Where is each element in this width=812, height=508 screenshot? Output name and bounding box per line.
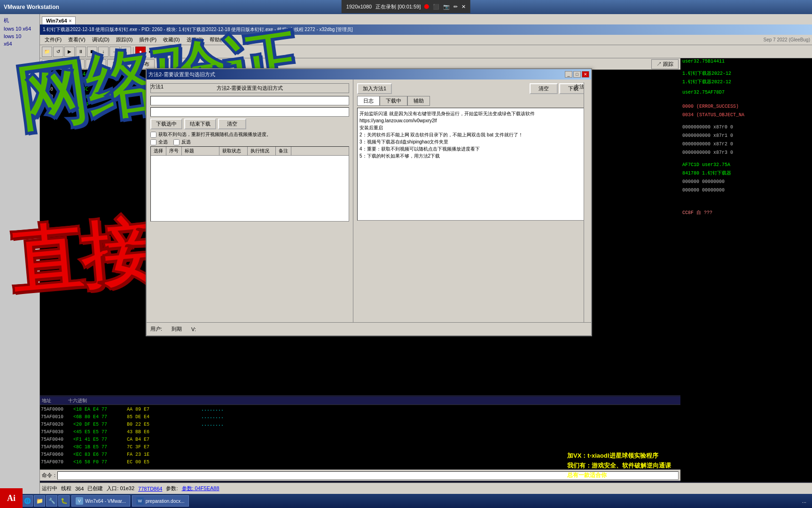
hint-checkbox-row: 获取不到勾选，重新打开视频随机点击视频播放进度。	[150, 131, 349, 138]
toolbar-open[interactable]: 📁	[42, 47, 52, 57]
sidebar-item-x64[interactable]: x64	[2, 40, 38, 48]
select-all-checkbox[interactable]	[150, 139, 156, 145]
dump-row: 75AF0030<45 E5 E5 7743 BB E6	[41, 429, 679, 436]
invert-checkbox[interactable]	[173, 139, 180, 145]
dialog-left-panel: 方法2-需要设置里勾选旧方式 下载选中 结束下载 清空 获取不到勾选，重新打开视…	[147, 79, 353, 335]
toolbar-separator	[133, 47, 133, 56]
toolbar-stop[interactable]: ⏹	[87, 47, 97, 57]
tab-trace[interactable]: ↗ 跟踪	[651, 59, 679, 69]
col-addr: 地址	[42, 397, 51, 404]
toolbar-restart[interactable]: ↺	[53, 47, 63, 57]
status-entry-addr[interactable]: 778TD864	[138, 486, 162, 492]
tab-label: Win7x64	[46, 18, 67, 24]
toolbar-bp[interactable]: ●	[135, 47, 146, 57]
hint-checkbox[interactable]	[150, 132, 156, 138]
log-line-4: 4：重要：获取不到视频可以随机点击下视频播放进度看下	[359, 145, 585, 152]
status-params: 参数:	[166, 485, 178, 492]
rec-camera[interactable]: 📷	[443, 4, 450, 10]
taskbar-app-icon[interactable]: 🔧	[46, 495, 57, 507]
status-params-addr[interactable]: 参数: 04F5EA88	[182, 485, 219, 492]
download2-btn[interactable]: 下载	[559, 83, 587, 94]
url-input-2[interactable]	[150, 107, 349, 117]
right-item-4: user32.75AF78D7	[682, 88, 810, 97]
taskbar-word-label: preparation.docx...	[146, 499, 185, 504]
tab-close-icon[interactable]: ×	[69, 18, 72, 24]
add-method1-btn[interactable]: 加入方法1	[357, 83, 392, 94]
debugger-title-text: 1.钉钉下载器2022-12-18 使用日版本钉钉.exe - PID: 226…	[43, 26, 353, 33]
watermark: 加VX：t-xiaodl进星球领实验程序 我们有：游戏安全、软件破解逆向通课 总…	[567, 451, 671, 480]
dialog-titlebar: 方法2-需要设置里勾选旧方式 _ □ ✕	[147, 69, 591, 79]
dialog-minimize[interactable]: _	[565, 71, 572, 78]
download-selected-btn[interactable]: 下载选中	[150, 119, 182, 129]
dialog-close[interactable]: ✕	[582, 71, 589, 78]
menu-debug[interactable]: 调试(D)	[89, 35, 112, 44]
log-tab-assist[interactable]: 辅助	[407, 96, 430, 106]
tab-bar: Win7x64 ×	[40, 14, 812, 24]
status-bar: 运行中 线程 364 已创建 入口: 01e32 778TD864 参数: 参数…	[40, 483, 812, 494]
status-running: 运行中	[42, 485, 57, 492]
rec-close[interactable]: ✕	[461, 4, 466, 10]
tab-log[interactable]: 日志	[86, 59, 106, 69]
url-input-1[interactable]	[150, 96, 349, 105]
taskbar-clock: ...	[798, 498, 810, 504]
log-tab-log[interactable]: 日志	[357, 96, 380, 106]
sidebar-item-win10[interactable]: lows 10	[2, 32, 38, 40]
debugger-menubar: 文件(F) 查看(V) 调试(D) 跟踪(0) 插件(P) 收藏(0) 选项(0…	[40, 35, 812, 45]
tab-notes[interactable]: 笔记	[64, 59, 85, 69]
tab-memory-layout[interactable]: 内存布	[129, 59, 155, 69]
toolbar-step-over[interactable]: →	[109, 47, 120, 57]
menu-options[interactable]: 选项(0)	[184, 35, 206, 44]
register-r3: 0000000000 x87r3 0	[682, 149, 810, 157]
clock-time: ...	[802, 498, 806, 504]
col-status: 获取状态	[219, 147, 248, 155]
menu-favorite[interactable]: 收藏(0)	[160, 35, 182, 44]
register-r0: 0000000000 x87r0 0	[682, 123, 810, 132]
taskbar-word-btn[interactable]: W preparation.docx...	[132, 495, 189, 507]
taskbar-vmware-btn[interactable]: V Win7x64 - VMwar...	[71, 495, 130, 507]
dialog-status: 用户: 到期 V:	[147, 322, 591, 335]
clear2-btn[interactable]: 清空	[530, 83, 558, 94]
action-buttons: 下载选中 结束下载 清空	[150, 119, 349, 129]
dialog-title: 方法2-需要设置里勾选旧方式	[148, 71, 215, 78]
menu-trace[interactable]: 跟踪(0)	[113, 35, 135, 44]
dialog-maximize[interactable]: □	[573, 71, 581, 78]
log-tab-downloading[interactable]: 下载中	[380, 96, 407, 106]
scrollbar[interactable]	[584, 82, 591, 322]
taskbar-quick-launch: 🌐 📁 🔧 🐛	[22, 495, 70, 507]
sidebar-item-win10x64[interactable]: lows 10 x64	[2, 25, 38, 32]
col-num: 序号	[166, 147, 182, 155]
status-created: 已创建	[87, 485, 103, 492]
sidebar-item-machine[interactable]: 机	[2, 16, 38, 25]
tab-cpu[interactable]: CPU	[42, 60, 63, 68]
status-object: 0034 (STATUS_OBJECT_NA	[682, 111, 810, 119]
tab-memory-map[interactable]: 日志	[107, 59, 128, 69]
menu-plugin[interactable]: 插件(P)	[136, 35, 159, 44]
status-thread-num: 364	[75, 486, 84, 492]
select-all-row: 全选 反选	[150, 139, 349, 145]
toolbar-run[interactable]: ▶	[64, 47, 75, 57]
menu-help[interactable]: 帮助(H)	[207, 35, 230, 44]
dump-column-headers: 地址 十六进制	[40, 397, 680, 405]
rec-pen[interactable]: ✏	[453, 4, 458, 10]
memory-addr-5: CC8F 自 ???	[682, 209, 810, 217]
col-exec: 执行情况	[248, 147, 276, 155]
method2-header: 方法2-需要设置里勾选旧方式	[150, 83, 349, 93]
ai-text: Ai	[7, 493, 16, 503]
clear-btn[interactable]: 清空	[218, 119, 246, 129]
rec-stop[interactable]: ⬛	[433, 4, 439, 10]
menu-view[interactable]: 查看(V)	[65, 35, 88, 44]
log-line-3: 3：视频号下载器在d盘shipinghao文件夹里	[359, 138, 585, 145]
taskbar-ie-icon[interactable]: 🌐	[22, 495, 33, 507]
dialog-right-panel: 加入方法1 清空 下载 日志 下载中 辅助 开始监听闪退 就是因为没有右键管理员…	[353, 79, 591, 335]
toolbar-step-out[interactable]: ↑	[121, 47, 131, 57]
expiry-label: 到期	[172, 325, 182, 333]
memory-addr-4: 000000 00000000	[682, 186, 810, 195]
toolbar-pause[interactable]: ⏸	[76, 47, 86, 57]
taskbar-bug-icon[interactable]: 🐛	[58, 495, 70, 507]
tab-win7x64[interactable]: Win7x64 ×	[42, 16, 76, 24]
vmware-title: VMware Workstation	[4, 4, 59, 10]
menu-file[interactable]: 文件(F)	[42, 35, 64, 44]
stop-download-btn[interactable]: 结束下载	[184, 119, 216, 129]
toolbar-step-into[interactable]: ↓	[98, 47, 109, 57]
taskbar-explorer-icon[interactable]: 📁	[34, 495, 45, 507]
